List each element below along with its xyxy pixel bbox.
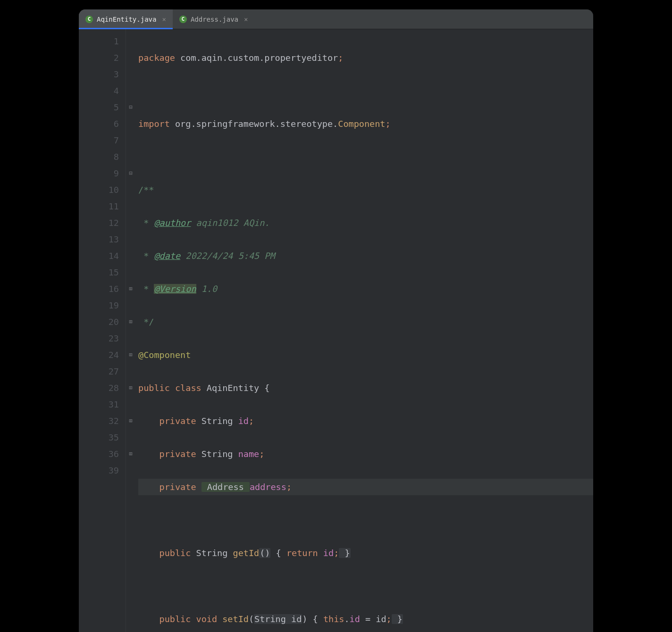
fold-toggle[interactable]: ⊞ <box>126 446 135 462</box>
fold-toggle[interactable]: ⊞ <box>126 314 135 330</box>
class-icon: C <box>179 16 187 23</box>
code-line <box>138 83 593 99</box>
fold-toggle[interactable]: ⊞ <box>126 281 135 297</box>
code-line-current: private Address address; <box>138 479 593 495</box>
tab-address[interactable]: C Address.java × <box>173 9 255 29</box>
editor-window: C AqinEntity.java × C Address.java × 1 2… <box>79 9 593 632</box>
code-line <box>138 578 593 594</box>
tab-bar: C AqinEntity.java × C Address.java × <box>79 9 593 29</box>
fold-toggle[interactable]: ⊟ <box>126 99 135 116</box>
code-editor[interactable]: 1 2 3 4 5 6 7 8 9 10 11 12 13 14 15 16 1… <box>79 29 593 632</box>
code-line: @Component <box>138 347 593 363</box>
fold-toggle[interactable]: ⊞ <box>126 347 135 363</box>
class-icon: C <box>85 16 93 23</box>
close-icon[interactable]: × <box>244 16 248 23</box>
code-line: /** <box>138 182 593 198</box>
code-line: import org.springframework.stereotype.Co… <box>138 116 593 132</box>
tab-label: Address.java <box>191 16 238 23</box>
tab-aqinentity[interactable]: C AqinEntity.java × <box>79 9 173 29</box>
code-line: public class AqinEntity { <box>138 380 593 396</box>
code-line: * @author aqin1012 AQin. <box>138 215 593 231</box>
code-line: private String id; <box>138 413 593 429</box>
code-line: * @Version 1.0 <box>138 281 593 297</box>
code-area[interactable]: package com.aqin.custom.propertyeditor; … <box>135 29 593 632</box>
line-number-gutter: 1 2 3 4 5 6 7 8 9 10 11 12 13 14 15 16 1… <box>79 29 126 632</box>
code-line: */ <box>138 314 593 330</box>
code-line: public String getId() { return id; } <box>138 545 593 561</box>
code-line: private String name; <box>138 446 593 462</box>
close-icon[interactable]: × <box>162 16 166 23</box>
code-line <box>138 149 593 165</box>
fold-toggle[interactable]: ⊞ <box>126 380 135 396</box>
code-line: public void setId(String id) { this.id =… <box>138 611 593 627</box>
fold-toggle[interactable]: ⊟ <box>126 165 135 182</box>
fold-gutter: ⊟ ⊟ ⊞ ⊞ ⊞ ⊞ ⊞ ⊞ <box>126 29 135 632</box>
code-line: package com.aqin.custom.propertyeditor; <box>138 50 593 66</box>
code-line: * @date 2022/4/24 5:45 PM <box>138 248 593 264</box>
tab-label: AqinEntity.java <box>97 16 156 23</box>
fold-toggle[interactable]: ⊞ <box>126 413 135 429</box>
code-line <box>138 512 593 528</box>
